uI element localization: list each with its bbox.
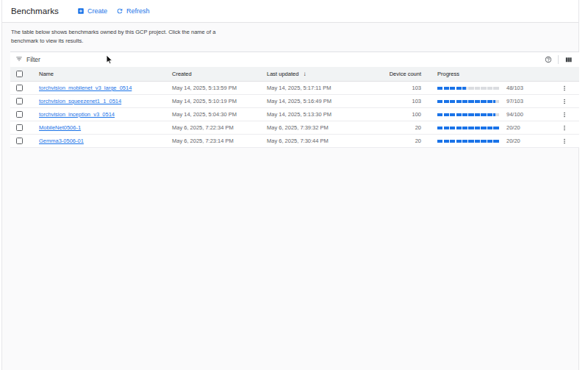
device-count-cell: 100 [348,108,421,121]
column-header-progress: Progress [437,67,459,81]
last-updated-cell: May 6, 2025, 7:30:44 PM [267,135,329,147]
last-updated-cell: May 6, 2025, 7:39:32 PM [267,121,329,134]
column-header-last-updated[interactable]: Last updated↓ [267,67,306,81]
created-cell: May 14, 2025, 5:13:59 PM [172,82,237,94]
row-checkbox[interactable] [16,111,23,118]
refresh-icon [116,7,123,15]
help-button[interactable] [544,55,553,64]
device-count-cell: 20 [348,135,421,147]
title-bar: Benchmarks Create Refresh [2,0,578,23]
created-cell: May 6, 2025, 7:22:34 PM [172,121,234,134]
progress-label: 20/20 [506,135,520,147]
row-menu-button[interactable] [560,108,569,121]
row-select-cell [16,108,23,121]
row-checkbox[interactable] [16,124,23,131]
help-outline-icon [545,56,552,63]
row-checkbox[interactable] [16,85,23,91]
more-vert-icon [561,85,568,92]
row-select-cell [16,82,23,94]
row-menu-button[interactable] [560,95,569,107]
table-row: Gemma3-0506-01 May 6, 2025, 7:23:14 PM M… [10,135,579,148]
column-header-device-count[interactable]: Device count [348,67,421,81]
table-row: torchvision_inception_v3_0514 May 14, 20… [10,108,579,121]
row-menu-button[interactable] [560,82,569,94]
table-row: MobileNet0506-1 May 6, 2025, 7:22:34 PM … [10,121,579,135]
row-select-cell [16,95,23,107]
progress-bar-fill [437,140,499,143]
progress-bar [437,113,499,116]
benchmark-name-link[interactable]: MobileNet0506-1 [39,121,81,134]
benchmark-name-link[interactable]: Gemma3-0506-01 [39,135,84,147]
row-select-cell [16,121,23,134]
device-count-cell: 20 [348,121,421,134]
device-count-cell: 103 [348,82,421,94]
filter-toolbar: Filter [10,52,579,67]
add-box-icon [77,7,85,15]
more-vert-icon [561,111,568,118]
last-updated-cell: May 14, 2025, 5:17:11 PM [267,82,331,94]
progress-bar-fill [437,100,495,103]
filter-button[interactable]: Filter [15,55,40,64]
more-vert-icon [561,138,568,145]
progress-bar-fill [437,113,495,116]
select-all-cell [16,67,23,81]
row-checkbox[interactable] [16,138,23,144]
benchmarks-panel: Benchmarks Create Refresh The table belo… [1,0,579,370]
more-vert-icon [561,124,568,132]
column-header-created[interactable]: Created [172,67,192,81]
progress-bar-fill [437,127,499,129]
refresh-button-label: Refresh [126,7,150,15]
row-select-cell [16,135,23,147]
row-menu-button[interactable] [560,135,569,147]
table-row: torchvision_squeezenet1_1_0514 May 14, 2… [10,95,579,108]
more-vert-icon [561,98,568,105]
last-updated-cell: May 14, 2025, 5:16:49 PM [267,95,331,107]
column-display-button[interactable] [564,55,573,64]
arrow-downward-icon: ↓ [303,71,306,77]
mouse-cursor [106,54,114,65]
benchmarks-table-card: Filter Name Created Last updated↓ Device… [10,51,579,148]
view-column-icon [564,56,573,64]
progress-bar [437,100,499,103]
row-menu-button[interactable] [560,121,569,134]
last-updated-cell: May 14, 2025, 5:13:30 PM [267,108,331,121]
progress-bar [437,140,499,143]
benchmark-name-link[interactable]: torchvision_squeezenet1_1_0514 [39,95,121,107]
row-checkbox[interactable] [16,98,23,104]
content-area: The table below shows benchmarks owned b… [2,23,578,370]
progress-bar-fill [437,87,466,90]
device-count-cell: 103 [348,95,421,107]
progress-label: 97/103 [506,95,523,107]
description-text: The table below shows benchmarks owned b… [11,28,226,46]
table-row: torchvision_mobilenet_v3_large_0514 May … [10,82,579,95]
column-header-last-updated-label: Last updated [267,71,298,77]
create-button-label: Create [87,7,107,15]
select-all-checkbox[interactable] [16,71,23,77]
page-title: Benchmarks [11,0,59,22]
filter-list-icon [15,55,23,64]
progress-bar [437,87,499,90]
refresh-button[interactable]: Refresh [116,0,150,22]
benchmark-name-link[interactable]: torchvision_inception_v3_0514 [39,108,115,121]
created-cell: May 6, 2025, 7:23:14 PM [172,135,234,147]
create-button[interactable]: Create [77,0,107,22]
toolbar-divider [558,55,559,64]
progress-bar [437,127,499,129]
progress-label: 94/100 [506,108,523,121]
filter-label: Filter [26,56,40,63]
created-cell: May 14, 2025, 5:10:19 PM [172,95,237,107]
table-tools [544,55,573,64]
table-body: torchvision_mobilenet_v3_large_0514 May … [10,82,579,148]
created-cell: May 14, 2025, 5:04:30 PM [172,108,237,121]
table-header-row: Name Created Last updated↓ Device count … [10,67,579,82]
progress-label: 20/20 [506,121,520,134]
column-header-name[interactable]: Name [39,67,54,81]
benchmark-name-link[interactable]: torchvision_mobilenet_v3_large_0514 [39,82,132,94]
progress-label: 48/103 [506,82,523,94]
